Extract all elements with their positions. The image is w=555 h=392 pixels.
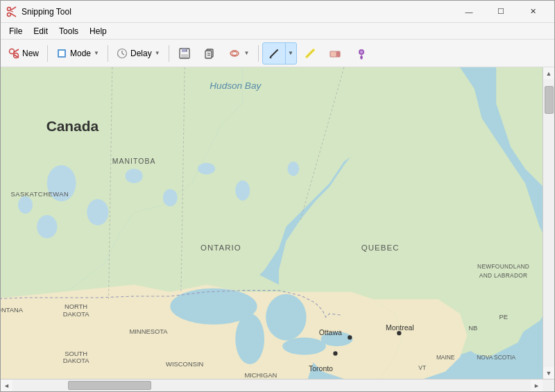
separator-3 (169, 45, 169, 62)
svg-line-13 (122, 53, 124, 55)
svg-point-84 (333, 351, 337, 355)
scroll-left-arrow[interactable]: ◄ (1, 380, 12, 391)
svg-rect-29 (336, 51, 340, 57)
svg-point-32 (360, 51, 363, 53)
eraser-tool-icon (328, 46, 343, 60)
svg-point-54 (163, 189, 178, 206)
scroll-track-vertical[interactable] (543, 79, 554, 367)
svg-point-0 (8, 7, 11, 10)
svg-rect-17 (186, 49, 187, 51)
pen-dropdown-arrow[interactable]: ▼ (285, 43, 296, 64)
svg-text:MINNESOTA: MINNESOTA (129, 327, 168, 335)
delay-dropdown-arrow: ▼ (155, 50, 160, 56)
maximize-button[interactable]: ☐ (485, 1, 517, 23)
pen-button[interactable] (263, 43, 285, 64)
scroll-thumb-vertical[interactable] (545, 86, 554, 114)
svg-text:NORTH: NORTH (65, 302, 87, 310)
mode-label: Mode (70, 49, 91, 58)
svg-text:Hudson Bay: Hudson Bay (210, 80, 262, 91)
window-title: Snipping Tool (22, 7, 453, 17)
copy-icon (203, 46, 216, 60)
svg-text:PE: PE (499, 313, 508, 321)
toolbar: New Mode ▼ Delay ▼ (1, 40, 554, 67)
svg-point-5 (10, 49, 15, 53)
menu-edit[interactable]: Edit (28, 25, 53, 37)
svg-point-56 (18, 196, 33, 214)
svg-point-48 (266, 294, 306, 341)
scroll-right-arrow[interactable]: ► (531, 380, 543, 391)
separator-1 (47, 45, 48, 62)
new-snip-icon (8, 48, 19, 59)
eraser-button[interactable]: ▼ (223, 42, 255, 65)
svg-text:NB: NB (468, 324, 477, 332)
delay-icon (117, 48, 128, 59)
svg-text:SASKATCHEWAN: SASKATCHEWAN (10, 190, 69, 198)
status-bar: ◄ ► (1, 379, 554, 391)
eraser-dropdown-arrow: ▼ (244, 50, 250, 56)
svg-text:Montreal: Montreal (386, 324, 414, 332)
svg-text:MICHIGAN: MICHIGAN (244, 371, 277, 379)
svg-line-3 (10, 13, 16, 17)
svg-text:ONTARIO: ONTARIO (200, 244, 241, 252)
svg-text:WISCONSIN: WISCONSIN (166, 360, 203, 368)
eraser-icon (228, 46, 241, 60)
svg-text:NOVA SCOTIA: NOVA SCOTIA (477, 354, 515, 361)
svg-point-58 (235, 180, 250, 201)
svg-text:Ottawa: Ottawa (319, 329, 342, 336)
svg-rect-16 (181, 54, 188, 58)
snipping-tool-window: Snipping Tool — ☐ ✕ File Edit Tools Help… (0, 0, 555, 392)
svg-text:AND LABRADOR: AND LABRADOR (479, 272, 528, 279)
svg-text:Canada: Canada (46, 118, 99, 134)
svg-text:MAINE: MAINE (436, 354, 455, 361)
svg-text:DAKOTA: DAKOTA (63, 357, 90, 364)
scroll-track-horizontal[interactable] (12, 380, 531, 391)
copy-button[interactable] (198, 42, 221, 65)
svg-line-27 (307, 50, 314, 57)
menu-help[interactable]: Help (84, 25, 112, 37)
title-bar: Snipping Tool — ☐ ✕ (1, 1, 554, 23)
svg-marker-25 (269, 57, 272, 58)
svg-line-24 (271, 50, 278, 57)
window-controls: — ☐ ✕ (453, 1, 549, 23)
svg-point-55 (37, 215, 57, 238)
save-icon (178, 46, 191, 60)
svg-line-4 (11, 11, 14, 12)
minimize-button[interactable]: — (453, 1, 485, 23)
pin-button[interactable] (350, 42, 373, 65)
highlighter-button[interactable] (298, 42, 322, 65)
svg-point-59 (287, 162, 299, 176)
map-container[interactable]: Hudson Bay Canada MANITOBA SASKATCHEWAN … (1, 67, 543, 379)
new-button[interactable]: New (3, 42, 44, 65)
menu-tools[interactable]: Tools (53, 25, 84, 37)
map-svg: Hudson Bay Canada MANITOBA SASKATCHEWAN … (1, 67, 543, 379)
new-label: New (22, 49, 39, 58)
svg-text:QUEBEC: QUEBEC (361, 244, 400, 252)
svg-point-53 (126, 169, 143, 183)
mode-dropdown-arrow: ▼ (94, 50, 99, 56)
scroll-thumb-horizontal[interactable] (68, 381, 151, 390)
svg-text:ONTANA: ONTANA (1, 306, 24, 314)
svg-text:DAKOTA: DAKOTA (63, 310, 90, 318)
app-icon (6, 6, 17, 17)
eraser-tool-button[interactable] (323, 42, 348, 65)
menu-file[interactable]: File (3, 25, 28, 37)
scroll-corner (543, 380, 554, 391)
svg-text:VT: VT (418, 364, 426, 371)
svg-text:SOUTH: SOUTH (65, 350, 87, 357)
pin-icon (355, 46, 368, 60)
mode-button[interactable]: Mode ▼ (51, 42, 104, 65)
close-button[interactable]: ✕ (517, 1, 549, 23)
menu-bar: File Edit Tools Help (1, 23, 554, 40)
scroll-down-arrow[interactable]: ▼ (543, 367, 555, 379)
delay-label: Delay (130, 49, 152, 58)
delay-button[interactable]: Delay ▼ (112, 42, 165, 65)
svg-point-49 (282, 337, 326, 355)
svg-point-23 (232, 51, 237, 55)
scroll-up-arrow[interactable]: ▲ (543, 67, 555, 79)
svg-text:MANITOBA: MANITOBA (112, 157, 156, 165)
save-button[interactable] (173, 42, 196, 65)
highlighter-icon (303, 46, 317, 60)
svg-rect-19 (205, 51, 212, 58)
mode-icon (56, 48, 67, 59)
svg-text:Toronto: Toronto (309, 365, 333, 373)
